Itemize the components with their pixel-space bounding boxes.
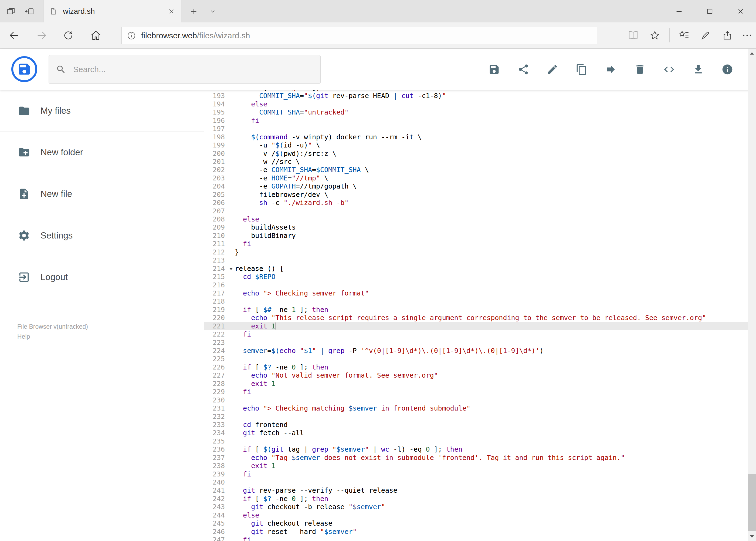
minimize-button[interactable] xyxy=(664,0,694,22)
sidebar-item-logout[interactable]: Logout xyxy=(0,256,204,298)
sidebar-item-my-files[interactable]: My files xyxy=(0,90,204,132)
delete-button[interactable] xyxy=(626,55,654,84)
code-line[interactable]: 198 $(command -v winpty) docker run --rm… xyxy=(204,133,748,141)
scrollbar-thumb[interactable] xyxy=(748,474,756,531)
page-scrollbar[interactable] xyxy=(748,49,756,541)
code-line[interactable]: 217 echo "> Checking semver format" xyxy=(204,289,748,297)
code-line[interactable]: 208 else xyxy=(204,215,748,224)
search-input[interactable] xyxy=(73,65,299,74)
hub-favorites-button[interactable] xyxy=(673,22,695,48)
code-line[interactable]: 212} xyxy=(204,248,748,256)
help-link[interactable]: Help xyxy=(17,332,88,342)
code-line[interactable]: 202 -e COMMIT_SHA=$COMMIT_SHA \ xyxy=(204,166,748,174)
new-tab-button[interactable] xyxy=(187,0,201,22)
code-line[interactable]: 243 git checkout -b release "$semver" xyxy=(204,503,748,511)
sidebar-item-new-file[interactable]: New file xyxy=(0,173,204,215)
code-line[interactable]: 220 echo "This release script requires a… xyxy=(204,314,748,322)
browser-tab[interactable]: wizard.sh xyxy=(43,0,181,22)
code-line[interactable]: 228 exit 1 xyxy=(204,380,748,388)
set-tabs-aside-button[interactable] xyxy=(25,6,35,16)
code-line[interactable]: 223 xyxy=(204,339,748,347)
code-line[interactable]: 221 exit 1 xyxy=(204,322,748,330)
show-set-aside-tabs-button[interactable] xyxy=(6,6,16,16)
scroll-up-button[interactable] xyxy=(748,49,756,58)
back-button[interactable] xyxy=(1,22,28,48)
code-line[interactable]: 203 -e HOME="//tmp" \ xyxy=(204,174,748,182)
rename-button[interactable] xyxy=(538,55,567,84)
code-line[interactable]: 215 cd $REPO xyxy=(204,273,748,281)
code-line[interactable]: 214release () { xyxy=(204,265,748,273)
scroll-down-button[interactable] xyxy=(748,532,756,541)
code-line[interactable]: 237 echo "Tag $semver does not exist in … xyxy=(204,454,748,462)
move-button[interactable] xyxy=(596,55,626,84)
save-button[interactable] xyxy=(480,55,509,84)
maximize-button[interactable] xyxy=(694,0,725,22)
code-editor[interactable]: 192 if [ -d ".git" ]; then193 COMMIT_SHA… xyxy=(204,90,748,541)
code-line[interactable]: 207 xyxy=(204,207,748,215)
code-line[interactable]: 206 sh -c "./wizard.sh -b" xyxy=(204,199,748,207)
code-line[interactable]: 241 git rev-parse --verify --quiet relea… xyxy=(204,486,748,495)
share-button[interactable] xyxy=(717,22,738,48)
code-line[interactable]: 213 xyxy=(204,256,748,265)
code-line[interactable]: 247 fi xyxy=(204,536,748,541)
code-line[interactable]: 199 -u "$(id -u)" \ xyxy=(204,141,748,149)
code-line[interactable]: 226 if [ $? -ne 0 ]; then xyxy=(204,363,748,371)
filebrowser-logo[interactable] xyxy=(11,56,37,82)
code-line[interactable]: 224 semver=$(echo "$1" | grep -P '^v(0|[… xyxy=(204,347,748,355)
tab-close-button[interactable] xyxy=(167,8,175,15)
code-line[interactable]: 205 filebrowser/dev \ xyxy=(204,191,748,199)
code-line[interactable]: 240 xyxy=(204,478,748,486)
info-button[interactable] xyxy=(713,55,742,84)
tab-preview-button[interactable] xyxy=(206,0,220,22)
code-line[interactable]: 234 git fetch --all xyxy=(204,429,748,437)
share-button[interactable] xyxy=(509,55,538,84)
refresh-button[interactable] xyxy=(55,22,82,48)
raw-view-button[interactable] xyxy=(654,55,684,84)
code-line[interactable]: 231 echo "> Checking matching $semver in… xyxy=(204,404,748,412)
code-line[interactable]: 196 fi xyxy=(204,117,748,125)
code-line[interactable]: 236 if [ $(git tag | grep "$semver" | wc… xyxy=(204,445,748,453)
code-line[interactable]: 210 buildBinary xyxy=(204,232,748,240)
fold-marker-icon[interactable] xyxy=(229,268,233,270)
forward-button[interactable] xyxy=(28,22,55,48)
code-line[interactable]: 229 fi xyxy=(204,388,748,396)
code-line[interactable]: 195 COMMIT_SHA="untracked" xyxy=(204,108,748,116)
code-line[interactable]: 200 -v /$(pwd):/src:z \ xyxy=(204,150,748,158)
add-favorite-button[interactable] xyxy=(644,22,665,48)
code-line[interactable]: 192 if [ -d ".git" ]; then xyxy=(204,90,748,92)
web-note-button[interactable] xyxy=(695,22,717,48)
reading-view-button[interactable] xyxy=(623,22,644,48)
sidebar-item-settings[interactable]: Settings xyxy=(0,215,204,256)
code-line[interactable]: 201 -w //src \ xyxy=(204,158,748,166)
code-line[interactable]: 204 -e GOPATH=//tmp/gopath \ xyxy=(204,182,748,191)
code-line[interactable]: 219 if [ $# -ne 1 ]; then xyxy=(204,306,748,314)
code-line[interactable]: 245 git checkout release xyxy=(204,519,748,527)
code-line[interactable]: 194 else xyxy=(204,100,748,108)
code-line[interactable]: 238 exit 1 xyxy=(204,462,748,470)
search-box[interactable] xyxy=(49,55,321,84)
copy-button[interactable] xyxy=(567,55,596,84)
code-line[interactable]: 193 COMMIT_SHA="$(git rev-parse HEAD | c… xyxy=(204,92,748,100)
address-bar[interactable]: filebrowser.web/files/wizard.sh xyxy=(122,27,597,44)
code-line[interactable]: 246 git reset --hard "$semver" xyxy=(204,528,748,536)
code-line[interactable]: 225 xyxy=(204,355,748,363)
code-line[interactable]: 197 xyxy=(204,125,748,133)
code-line[interactable]: 235 xyxy=(204,437,748,445)
code-line[interactable]: 232 xyxy=(204,413,748,421)
code-line[interactable]: 239 fi xyxy=(204,470,748,478)
more-options-button[interactable] xyxy=(738,22,756,48)
code-line[interactable]: 211 fi xyxy=(204,240,748,248)
download-button[interactable] xyxy=(684,55,713,84)
code-line[interactable]: 216 xyxy=(204,281,748,289)
code-line[interactable]: 227 echo "Not valid semver format. See s… xyxy=(204,371,748,379)
code-line[interactable]: 233 cd frontend xyxy=(204,421,748,429)
code-line[interactable]: 218 xyxy=(204,297,748,305)
code-line[interactable]: 222 fi xyxy=(204,330,748,338)
code-line[interactable]: 230 xyxy=(204,396,748,404)
close-window-button[interactable] xyxy=(725,0,756,22)
code-line[interactable]: 242 if [ $? -ne 0 ]; then xyxy=(204,495,748,503)
code-line[interactable]: 209 buildAssets xyxy=(204,224,748,232)
code-line[interactable]: 244 else xyxy=(204,511,748,519)
sidebar-item-new-folder[interactable]: New folder xyxy=(0,132,204,173)
home-button[interactable] xyxy=(82,22,109,48)
